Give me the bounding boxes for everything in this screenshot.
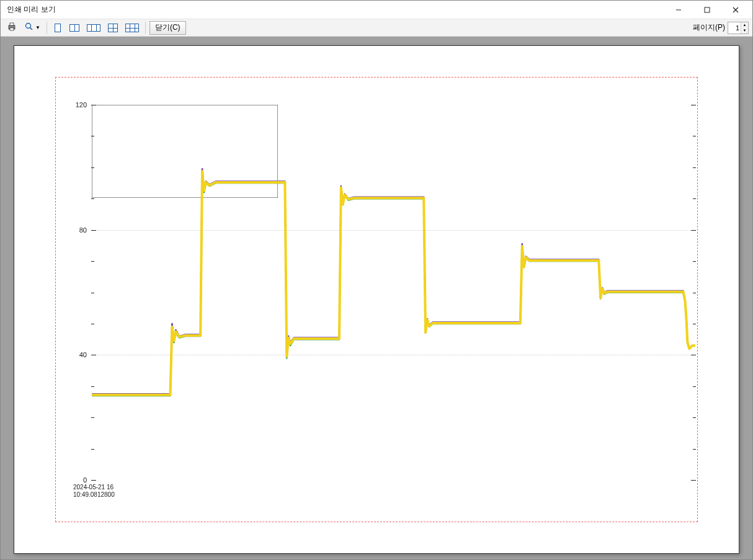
y-tick [693, 449, 696, 450]
layout-4-button[interactable] [105, 21, 120, 35]
layout-6-icon [125, 24, 139, 32]
y-tick [691, 480, 696, 481]
y-tick [91, 293, 94, 293]
y-tick [693, 293, 696, 293]
window-title: 인쇄 미리 보기 [7, 4, 56, 15]
titlebar: 인쇄 미리 보기 [1, 1, 752, 19]
layout-6-button[interactable] [123, 21, 141, 35]
magnifier-icon [24, 22, 34, 33]
y-tick [691, 230, 696, 231]
y-tick [91, 355, 96, 355]
page-input[interactable] [728, 22, 741, 33]
maximize-button[interactable] [693, 1, 721, 19]
y-tick [91, 480, 96, 481]
layout-1-button[interactable] [51, 21, 65, 35]
layout-2-button[interactable] [67, 21, 82, 35]
y-tick [693, 261, 696, 262]
y-tick [91, 136, 94, 136]
y-tick-label: 80 [79, 226, 87, 234]
svg-point-7 [26, 24, 31, 29]
page-down-button[interactable]: ▼ [741, 28, 748, 33]
y-tick [691, 105, 696, 105]
y-tick [91, 230, 96, 231]
page-sheet: 120 80 40 0 2024-05-21 16 10:49.0812800 [14, 45, 739, 554]
layout-1-icon [55, 24, 61, 32]
layout-3-button[interactable] [84, 21, 103, 35]
y-tick [693, 324, 696, 324]
layout-3-icon [87, 24, 100, 32]
y-tick [91, 386, 94, 387]
svg-line-8 [30, 28, 33, 30]
page-spinner[interactable]: ▲ ▼ [728, 22, 749, 34]
trace-ch3 [92, 171, 695, 395]
preview-workspace[interactable]: 120 80 40 0 2024-05-21 16 10:49.0812800 [1, 37, 752, 559]
y-tick [91, 198, 94, 199]
y-tick [693, 198, 696, 199]
print-preview-window: 인쇄 미리 보기 ▼ 닫기(C) [0, 0, 753, 560]
page-up-button[interactable]: ▲ [741, 22, 748, 28]
close-window-button[interactable] [721, 1, 750, 19]
y-tick-label: 0 [83, 476, 87, 484]
y-tick [91, 417, 94, 418]
svg-rect-5 [10, 23, 14, 25]
y-tick [691, 355, 696, 355]
layout-4-icon [108, 24, 118, 32]
layout-2-icon [69, 24, 79, 32]
toolbar-separator [47, 22, 47, 34]
y-tick [693, 167, 696, 168]
chart-plot: 120 80 40 0 2024-05-21 16 10:49.0812800 [92, 105, 695, 480]
toolbar: ▼ 닫기(C) 페이지(P) ▲ ▼ [1, 19, 752, 37]
svg-rect-6 [10, 28, 14, 30]
toolbar-separator [145, 22, 146, 34]
y-tick [91, 261, 94, 262]
trace-ch1 [92, 174, 695, 396]
page-selector: 페이지(P) ▲ ▼ [693, 22, 749, 34]
y-tick [693, 417, 696, 418]
zoom-button[interactable]: ▼ [22, 21, 43, 35]
y-tick [91, 167, 94, 168]
y-tick [693, 386, 696, 387]
page-label: 페이지(P) [693, 22, 725, 33]
trace-ch2 [92, 169, 695, 394]
printer-icon [7, 22, 17, 33]
print-button[interactable] [4, 21, 19, 35]
chevron-down-icon: ▼ [35, 25, 40, 30]
y-tick [91, 105, 96, 105]
chart-traces [92, 105, 695, 480]
y-tick-label: 120 [76, 101, 87, 109]
close-button[interactable]: 닫기(C) [149, 21, 186, 35]
y-tick [693, 136, 696, 136]
minimize-button[interactable] [664, 1, 693, 19]
y-tick-label: 40 [79, 351, 87, 358]
x-start-label: 2024-05-21 16 10:49.0812800 [73, 484, 115, 499]
svg-rect-1 [705, 7, 710, 12]
y-tick [91, 449, 94, 450]
y-tick [91, 324, 94, 324]
